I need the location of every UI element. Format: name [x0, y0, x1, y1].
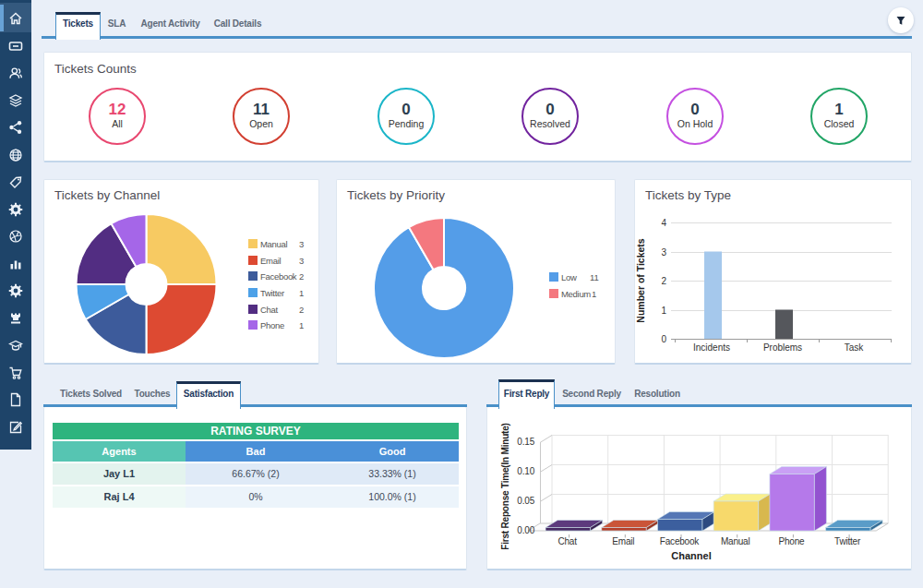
svg-text:0: 0 — [661, 334, 666, 344]
svg-text:Twitter: Twitter — [834, 536, 861, 546]
svg-text:First Reponse Time(In Minute): First Reponse Time(In Minute) — [500, 423, 510, 549]
svg-text:3: 3 — [661, 247, 666, 258]
svg-text:Phone: Phone — [778, 536, 805, 546]
svg-text:0.10: 0.10 — [517, 466, 534, 476]
svg-text:Channel: Channel — [671, 550, 711, 561]
svg-text:Email: Email — [612, 536, 634, 546]
svg-text:Incidents: Incidents — [693, 342, 730, 353]
svg-text:2: 2 — [661, 276, 666, 286]
svg-text:0.05: 0.05 — [517, 496, 534, 506]
svg-text:0.00: 0.00 — [517, 525, 534, 535]
svg-text:1: 1 — [661, 306, 666, 316]
svg-text:Manual: Manual — [721, 536, 750, 546]
svg-text:4: 4 — [661, 218, 666, 228]
svg-text:Task: Task — [845, 342, 865, 353]
svg-text:Facebook: Facebook — [660, 536, 701, 546]
svg-text:0.15: 0.15 — [517, 437, 534, 447]
svg-text:Problems: Problems — [763, 342, 802, 353]
svg-text:Chat: Chat — [557, 536, 577, 546]
svg-text:Number of Tickets: Number of Tickets — [635, 238, 646, 323]
